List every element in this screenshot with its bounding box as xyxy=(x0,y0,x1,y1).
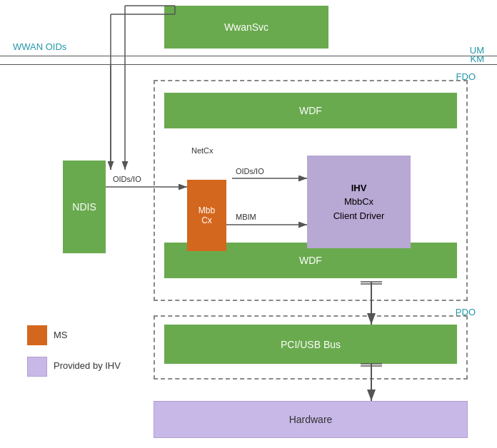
ihv-box: IHV MbbCx Client Driver xyxy=(307,156,411,248)
ihv-subtitle1: MbbCx xyxy=(333,195,385,209)
ndis-box: NDIS xyxy=(63,161,106,253)
mbbcx-box: Mbb Cx xyxy=(187,180,226,251)
hardware-box: Hardware xyxy=(154,401,468,438)
wdf-top-box: WDF xyxy=(164,93,457,128)
legend-ihv-label: Provided by IHV xyxy=(54,360,121,371)
ihv-title: IHV xyxy=(333,181,385,195)
wwansvc-box: WwanSvc xyxy=(164,6,328,49)
wwan-oids-label: WWAN OIDs xyxy=(13,41,66,52)
ihv-subtitle2: Client Driver xyxy=(333,209,385,223)
legend-ms-box xyxy=(27,325,47,345)
svg-text:OIDs/IO: OIDs/IO xyxy=(113,175,141,183)
pcibus-box: PCI/USB Bus xyxy=(164,325,457,364)
legend-ihv-box xyxy=(27,357,47,377)
km-line xyxy=(0,64,497,65)
diagram-container: UM KM WWAN OIDs FDO PDO WwanSvc WDF WDF … xyxy=(0,0,497,448)
um-line xyxy=(0,56,497,56)
legend-ms-label: MS xyxy=(54,330,68,340)
km-label: KM xyxy=(471,54,485,64)
